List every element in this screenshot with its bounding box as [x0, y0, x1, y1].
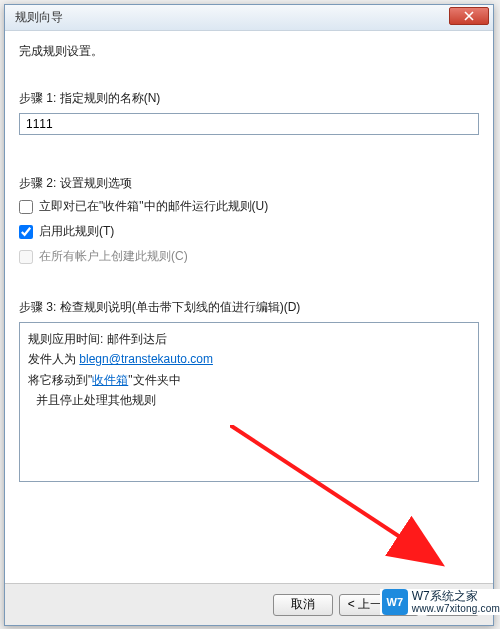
watermark-url: www.w7xitong.com	[412, 603, 500, 614]
close-icon	[463, 11, 475, 21]
rule-description-box: 规则应用时间: 邮件到达后 发件人为 blegn@transtekauto.co…	[19, 322, 479, 482]
step1-label: 步骤 1: 指定规则的名称(N)	[19, 90, 479, 107]
cancel-button[interactable]: 取消	[273, 594, 333, 616]
option-run-now-row: 立即对已在"收件箱"中的邮件运行此规则(U)	[19, 198, 479, 215]
dialog-content: 完成规则设置。 步骤 1: 指定规则的名称(N) 步骤 2: 设置规则选项 立即…	[5, 31, 493, 494]
desc-line-2: 发件人为 blegn@transtekauto.com	[28, 349, 470, 369]
dialog-window: 规则向导 完成规则设置。 步骤 1: 指定规则的名称(N) 步骤 2: 设置规则…	[4, 4, 494, 626]
enable-rule-checkbox[interactable]	[19, 225, 33, 239]
folder-link[interactable]: 收件箱	[92, 373, 128, 387]
step2-label: 步骤 2: 设置规则选项	[19, 175, 479, 192]
all-accounts-checkbox	[19, 250, 33, 264]
enable-rule-label: 启用此规则(T)	[39, 223, 114, 240]
desc-line-3: 将它移动到"收件箱"文件夹中	[28, 370, 470, 390]
watermark-badge-icon: W7	[382, 589, 408, 615]
rule-name-input[interactable]	[19, 113, 479, 135]
run-now-label: 立即对已在"收件箱"中的邮件运行此规则(U)	[39, 198, 268, 215]
step3-label: 步骤 3: 检查规则说明(单击带下划线的值进行编辑)(D)	[19, 299, 479, 316]
all-accounts-label: 在所有帐户上创建此规则(C)	[39, 248, 188, 265]
window-title: 规则向导	[15, 9, 63, 26]
desc-line-1: 规则应用时间: 邮件到达后	[28, 329, 470, 349]
option-all-accounts-row: 在所有帐户上创建此规则(C)	[19, 248, 479, 265]
watermark-text: W7系统之家	[412, 590, 500, 603]
sender-link[interactable]: blegn@transtekauto.com	[79, 352, 213, 366]
close-button[interactable]	[449, 7, 489, 25]
titlebar: 规则向导	[5, 5, 493, 31]
desc-line-4: 并且停止处理其他规则	[28, 390, 470, 410]
option-enable-row: 启用此规则(T)	[19, 223, 479, 240]
run-now-checkbox[interactable]	[19, 200, 33, 214]
dialog-subtitle: 完成规则设置。	[19, 43, 479, 60]
watermark: W7 W7系统之家 www.w7xitong.com	[380, 589, 500, 615]
